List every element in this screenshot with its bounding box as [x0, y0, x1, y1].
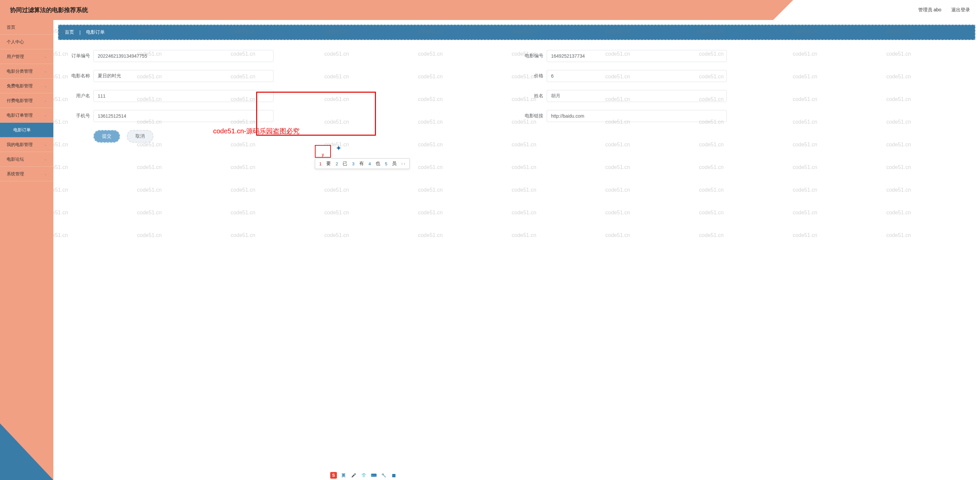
label-movie-name: 电影名称 [64, 73, 90, 79]
sidebar-item-label: 免费电影管理 [7, 79, 33, 93]
sogou-skin-icon[interactable]: 👕 [360, 472, 367, 478]
breadcrumb: 首页 | 电影订单 [58, 25, 975, 40]
chevron-down-icon: ⌄ [44, 93, 47, 108]
sidebar-item-forum[interactable]: 电影论坛 ⌄ [0, 152, 53, 167]
form-actions: 提交 取消 [64, 130, 970, 143]
sidebar-item-label: 个人中心 [7, 35, 24, 49]
sidebar-item-users[interactable]: 用户管理 ⌄ [0, 49, 53, 64]
submit-button[interactable]: 提交 [94, 130, 120, 143]
label-order-no: 订单编号 [64, 53, 90, 59]
input-order-no[interactable] [94, 50, 274, 62]
chevron-down-icon: ⌄ [44, 152, 47, 167]
chevron-down-icon: ⌄ [44, 49, 47, 64]
cancel-button[interactable]: 取消 [127, 130, 153, 143]
breadcrumb-divider: | [80, 30, 81, 35]
sogou-grid-icon[interactable]: ▦ [390, 472, 397, 478]
sidebar-item-label: 系统管理 [7, 167, 24, 181]
ime-candidates[interactable]: 1要2已3有4也5员‹ › [315, 158, 410, 169]
breadcrumb-home[interactable]: 首页 [65, 29, 74, 35]
app-title: 协同过滤算法的电影推荐系统 [10, 6, 88, 14]
sogou-logo-icon: S [330, 472, 337, 478]
breadcrumb-current: 电影订单 [86, 29, 105, 35]
sogou-tool-icon[interactable]: 🔧 [380, 472, 387, 478]
sidebar-item-free[interactable]: 免费电影管理 ⌄ [0, 79, 53, 93]
app-header: 协同过滤算法的电影推荐系统 管理员 abo 退出登录 [0, 0, 980, 20]
sidebar-item-label: 电影订单管理 [7, 108, 33, 123]
chevron-down-icon: ⌄ [44, 108, 47, 123]
ime-composition: y [315, 145, 331, 158]
sidebar-item-order-mgmt[interactable]: 电影订单管理 ⌄ [0, 108, 53, 123]
label-phone: 手机号 [64, 113, 90, 119]
chevron-down-icon: ⌄ [44, 64, 47, 79]
input-movie-name[interactable] [94, 70, 274, 82]
sidebar-item-profile[interactable]: 个人中心 [0, 35, 53, 49]
label-movie-link: 电影链接 [517, 113, 543, 119]
sogou-mic-icon[interactable]: 🎤 [350, 472, 357, 478]
input-price[interactable] [547, 70, 727, 82]
chevron-down-icon: ⌄ [44, 137, 47, 152]
sidebar-item-system[interactable]: 系统管理 ⌄ [0, 167, 53, 181]
sidebar-item-label: 电影分类管理 [7, 64, 33, 79]
annotation-text: code51.cn-源码乐园盗图必究 [213, 127, 299, 136]
input-username[interactable] [94, 90, 274, 102]
chevron-down-icon: ⌄ [44, 79, 47, 93]
order-form: 订单编号 电影编号 电影名称 价格 [58, 40, 975, 153]
sidebar-item-label: 用户管理 [7, 49, 24, 64]
header-right: 管理员 abo 退出登录 [918, 7, 970, 13]
input-phone[interactable] [94, 110, 274, 122]
input-realname[interactable] [547, 90, 727, 102]
ime-cursor-icon: ✦ [336, 144, 342, 153]
sidebar-item-category[interactable]: 电影分类管理 ⌄ [0, 64, 53, 79]
label-price: 价格 [517, 73, 543, 79]
input-movie-link[interactable] [547, 110, 727, 122]
sogou-bar[interactable]: S 英 🎤 👕 ⌨ 🔧 ▦ [330, 472, 397, 478]
label-movie-no: 电影编号 [517, 53, 543, 59]
main-area: 首页 | 电影订单 订单编号 电影编号 电影名称 [53, 20, 980, 480]
sidebar: 首页 个人中心 用户管理 ⌄ 电影分类管理 ⌄ 免费电影管理 ⌄ 付费电影管理 … [0, 20, 53, 480]
sidebar-item-order[interactable]: 电影订单 [0, 123, 53, 137]
sidebar-item-home[interactable]: 首页 [0, 20, 53, 35]
sogou-lang[interactable]: 英 [340, 472, 347, 478]
label-realname: 姓名 [517, 93, 543, 99]
logout-link[interactable]: 退出登录 [951, 7, 970, 13]
sogou-keyboard-icon[interactable]: ⌨ [370, 472, 377, 478]
sidebar-item-paid[interactable]: 付费电影管理 ⌄ [0, 93, 53, 108]
sidebar-item-label: 电影论坛 [7, 152, 24, 167]
sidebar-item-label: 付费电影管理 [7, 93, 33, 108]
label-username: 用户名 [64, 93, 90, 99]
admin-label[interactable]: 管理员 abo [918, 7, 941, 13]
sidebar-item-mymovie[interactable]: 我的电影管理 ⌄ [0, 137, 53, 152]
sidebar-item-label: 我的电影管理 [7, 137, 33, 152]
sidebar-item-label: 首页 [7, 20, 15, 35]
input-movie-no[interactable] [547, 50, 727, 62]
sidebar-item-label: 电影订单 [13, 123, 31, 137]
chevron-down-icon: ⌄ [44, 167, 47, 181]
